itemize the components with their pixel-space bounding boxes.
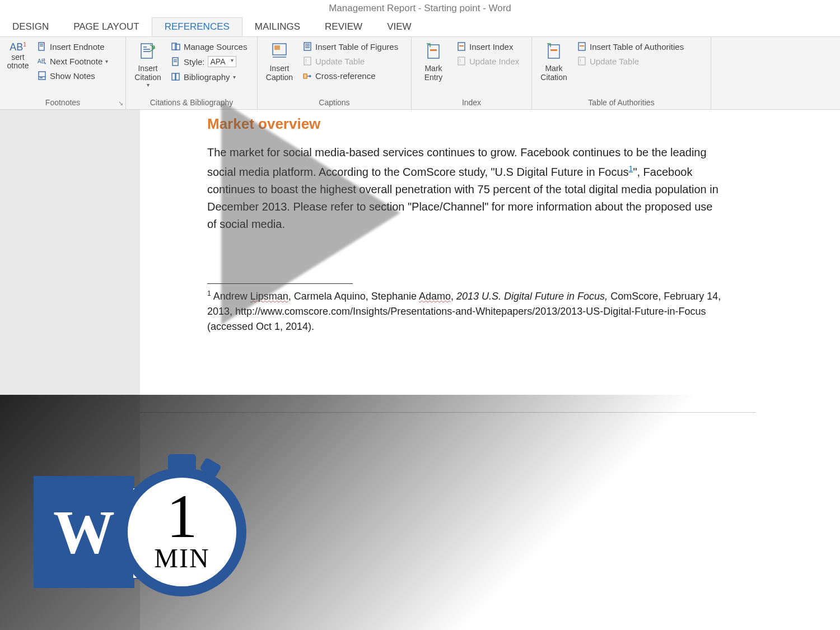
bibliography-button[interactable]: Bibliography bbox=[169, 71, 249, 83]
group-index-label: Index bbox=[416, 96, 527, 109]
bibliography-icon bbox=[171, 72, 181, 82]
mark-citation-icon bbox=[544, 41, 564, 62]
group-citations-label: Citations & Bibliography bbox=[130, 96, 253, 109]
group-authorities: Mark Citation Insert Table of Authoritie… bbox=[532, 37, 711, 109]
manage-sources-icon bbox=[171, 41, 181, 52]
tab-view[interactable]: VIEW bbox=[375, 18, 423, 36]
svg-rect-19 bbox=[274, 45, 280, 50]
svg-rect-17 bbox=[176, 73, 179, 80]
manage-sources-label: Manage Sources bbox=[184, 42, 247, 52]
update-table-icon: ! bbox=[302, 56, 312, 66]
svg-text:!: ! bbox=[580, 58, 581, 64]
show-notes-button[interactable]: Show Notes bbox=[35, 69, 110, 82]
bibliography-label: Bibliography bbox=[184, 72, 230, 82]
mark-citation-button[interactable]: Mark Citation bbox=[536, 39, 571, 96]
stopwatch-icon: 1 MIN bbox=[118, 468, 246, 596]
update-index-label: Update Index bbox=[469, 57, 519, 66]
svg-text:!: ! bbox=[305, 58, 307, 64]
update-index-button: ! Update Index bbox=[454, 55, 521, 67]
citation-icon bbox=[138, 41, 158, 62]
tab-page-layout[interactable]: PAGE LAYOUT bbox=[61, 18, 151, 36]
svg-rect-27 bbox=[304, 74, 307, 78]
tab-references[interactable]: REFERENCES bbox=[152, 17, 242, 36]
svg-text:i: i bbox=[44, 42, 44, 45]
group-footnotes: AB1 sertotnote i Insert Endnote AB1 Next… bbox=[0, 37, 126, 109]
insert-citation-label: Insert Citation bbox=[130, 64, 165, 82]
duration-number: 1 bbox=[167, 491, 198, 543]
next-footnote-button[interactable]: AB1 Next Footnote bbox=[35, 55, 110, 67]
tab-review[interactable]: REVIEW bbox=[312, 18, 375, 36]
svg-rect-35 bbox=[550, 49, 557, 51]
heading-market-overview: Market overview bbox=[207, 115, 722, 133]
insert-index-button[interactable]: Insert Index bbox=[454, 40, 521, 53]
document-page[interactable]: Market overview The market for social me… bbox=[140, 110, 756, 357]
svg-rect-28 bbox=[428, 45, 439, 58]
update-index-icon: ! bbox=[456, 56, 466, 66]
insert-index-icon bbox=[456, 41, 466, 52]
update-table-button: ! Update Table bbox=[300, 55, 400, 67]
caption-icon bbox=[269, 41, 290, 62]
svg-rect-31 bbox=[459, 45, 464, 46]
group-authorities-label: Table of Authorities bbox=[536, 96, 706, 109]
manage-sources-button[interactable]: Manage Sources bbox=[169, 40, 249, 53]
group-index: Mark Entry Insert Index ! Update Index I… bbox=[412, 37, 532, 109]
table-figures-icon bbox=[302, 41, 312, 52]
update-authorities-icon: ! bbox=[577, 56, 587, 66]
insert-endnote-button[interactable]: i Insert Endnote bbox=[35, 40, 110, 53]
cross-reference-icon bbox=[302, 71, 312, 81]
insert-table-figures-label: Insert Table of Figures bbox=[315, 42, 398, 52]
svg-text:!: ! bbox=[459, 58, 461, 64]
ribbon: AB1 sertotnote i Insert Endnote AB1 Next… bbox=[0, 37, 840, 110]
next-footnote-icon: AB1 bbox=[37, 56, 47, 66]
update-table-label: Update Table bbox=[315, 57, 365, 66]
insert-footnote-button[interactable]: AB1 sertotnote bbox=[4, 39, 31, 96]
mark-entry-icon bbox=[423, 41, 444, 62]
insert-table-figures-button[interactable]: Insert Table of Figures bbox=[300, 40, 400, 53]
insert-footnote-label: sertotnote bbox=[7, 53, 29, 71]
style-value[interactable]: APA bbox=[208, 56, 236, 67]
insert-table-authorities-button[interactable]: Insert Table of Authorities bbox=[575, 40, 686, 53]
insert-citation-button[interactable]: Insert Citation bbox=[130, 39, 165, 96]
svg-rect-16 bbox=[172, 73, 175, 80]
update-authorities-button: ! Update Table bbox=[575, 55, 686, 67]
group-captions-label: Captions bbox=[262, 96, 407, 109]
group-footnotes-label: Footnotes bbox=[4, 96, 121, 109]
svg-rect-6 bbox=[39, 72, 45, 80]
update-authorities-label: Update Table bbox=[590, 57, 639, 66]
citation-style-select[interactable]: Style: APA bbox=[169, 55, 249, 68]
insert-caption-button[interactable]: Insert Caption bbox=[262, 39, 297, 96]
tab-mailings[interactable]: MAILINGS bbox=[242, 18, 312, 36]
footnote-1: 1 Andrew Lipsman, Carmela Aquino, Stepha… bbox=[207, 288, 722, 334]
group-citations: Insert Citation Manage Sources Style: AP… bbox=[126, 37, 258, 109]
show-notes-label: Show Notes bbox=[50, 71, 95, 81]
svg-rect-34 bbox=[548, 45, 559, 58]
svg-rect-37 bbox=[580, 45, 584, 46]
svg-rect-12 bbox=[175, 44, 180, 50]
title-bar: Management Report - Starting point - Wor… bbox=[0, 0, 840, 17]
mark-citation-label: Mark Citation bbox=[536, 64, 571, 82]
mark-entry-label: Mark Entry bbox=[416, 64, 451, 82]
footnote-separator bbox=[207, 283, 353, 284]
style-label: Style: bbox=[184, 57, 205, 67]
group-captions: Insert Caption Insert Table of Figures !… bbox=[258, 37, 412, 109]
insert-caption-label: Insert Caption bbox=[262, 64, 297, 82]
video-badge: W 1 MIN bbox=[34, 468, 246, 596]
body-paragraph: The market for social media-based servic… bbox=[207, 144, 722, 233]
ribbon-tabs: DESIGN PAGE LAYOUT REFERENCES MAILINGS R… bbox=[0, 17, 840, 37]
svg-rect-29 bbox=[430, 49, 437, 51]
insert-endnote-label: Insert Endnote bbox=[50, 42, 105, 52]
cross-reference-label: Cross-reference bbox=[315, 71, 376, 81]
style-icon bbox=[171, 57, 181, 67]
page-break bbox=[140, 412, 756, 413]
cross-reference-button[interactable]: Cross-reference bbox=[300, 69, 400, 82]
duration-unit: MIN bbox=[154, 543, 209, 573]
insert-table-authorities-label: Insert Table of Authorities bbox=[590, 42, 684, 52]
footnotes-launcher-icon[interactable]: ↘ bbox=[118, 100, 123, 107]
svg-rect-21 bbox=[304, 43, 311, 50]
mark-entry-button[interactable]: Mark Entry bbox=[416, 39, 451, 96]
tab-design[interactable]: DESIGN bbox=[0, 18, 61, 36]
show-notes-icon bbox=[37, 71, 47, 81]
endnote-icon: i bbox=[37, 41, 47, 52]
table-authorities-icon bbox=[577, 41, 587, 52]
svg-text:1: 1 bbox=[44, 58, 46, 61]
